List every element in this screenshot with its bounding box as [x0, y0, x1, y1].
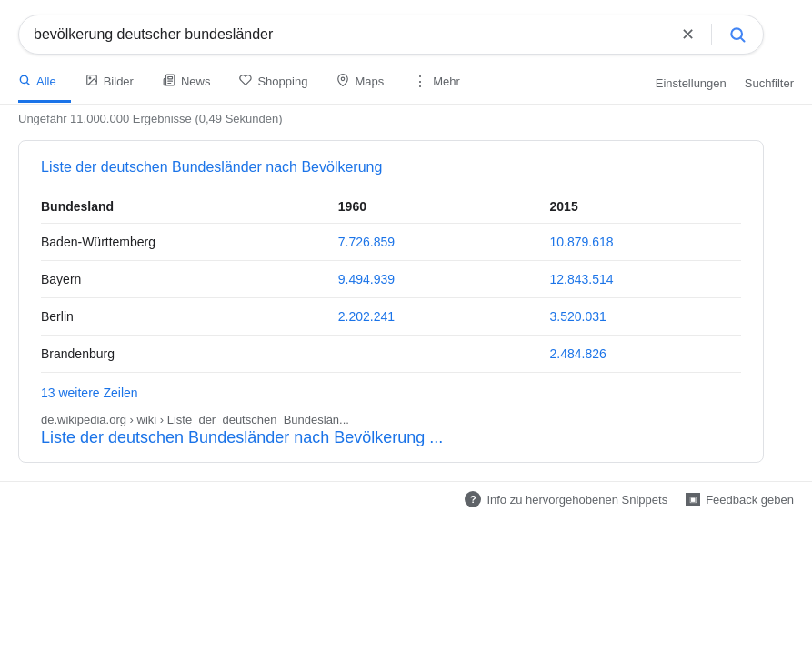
- tab-shopping[interactable]: Shopping: [225, 63, 322, 103]
- footer-feedback-link[interactable]: ▣ Feedback geben: [686, 493, 794, 507]
- table-row: Brandenburg2.484.826: [41, 336, 741, 373]
- suchfilter-link[interactable]: Suchfilter: [745, 76, 794, 90]
- source-title[interactable]: Liste der deutschen Bundesländer nach Be…: [41, 428, 741, 447]
- more-rows-link[interactable]: 13 weitere Zeilen: [41, 386, 138, 400]
- footer-feedback-label: Feedback geben: [706, 493, 794, 507]
- bilder-tab-icon: [85, 74, 98, 89]
- table-row: Bayern9.494.93912.843.514: [41, 261, 741, 298]
- tab-bilder-label: Bilder: [104, 75, 134, 88]
- tab-maps-label: Maps: [355, 75, 384, 88]
- cell-2015: 12.843.514: [514, 261, 741, 298]
- source-breadcrumb: de.wikipedia.org › wiki › Liste_der_deut…: [41, 413, 741, 426]
- svg-line-3: [27, 83, 30, 85]
- cell-2015: 10.879.618: [514, 224, 741, 261]
- tab-bilder[interactable]: Bilder: [71, 63, 148, 103]
- search-tab-icon: [18, 74, 31, 89]
- mehr-tab-icon: ⋮: [413, 73, 427, 90]
- footer-info-link[interactable]: ? Info zu hervorgehobenen Snippets: [465, 491, 667, 507]
- search-button[interactable]: [727, 24, 748, 45]
- tab-alle[interactable]: Alle: [18, 63, 71, 103]
- cell-bundesland: Bayern: [41, 261, 302, 298]
- news-tab-icon: [163, 74, 175, 89]
- table-row: Baden-Württemberg7.726.85910.879.618: [41, 224, 741, 261]
- data-table: Bundesland 1960 2015 Baden-Württemberg7.…: [41, 190, 741, 373]
- nav-tabs: Alle Bilder News Shopping: [0, 62, 812, 105]
- cell-2015: 2.484.826: [514, 336, 741, 373]
- cell-2015: 3.520.031: [514, 298, 741, 336]
- cell-1960: 2.202.241: [302, 298, 514, 336]
- cell-1960: [302, 336, 514, 373]
- cell-1960: 7.726.859: [302, 224, 514, 261]
- cell-bundesland: Brandenburg: [41, 336, 302, 373]
- tab-news-label: News: [181, 75, 211, 88]
- tab-shopping-label: Shopping: [257, 75, 307, 88]
- page-footer: ? Info zu hervorgehobenen Snippets ▣ Fee…: [0, 481, 812, 517]
- cell-1960: 9.494.939: [302, 261, 514, 298]
- col-header-2015: 2015: [514, 190, 741, 224]
- svg-point-5: [89, 77, 91, 79]
- divider: [711, 24, 712, 45]
- nav-right: Einstellungen Suchfilter: [656, 76, 794, 90]
- footer-info-label: Info zu hervorgehobenen Snippets: [486, 493, 667, 507]
- feedback-icon: ▣: [686, 493, 700, 506]
- tab-maps[interactable]: Maps: [322, 63, 398, 103]
- cell-bundesland: Baden-Württemberg: [41, 224, 302, 261]
- search-bar-container: ✕: [0, 0, 812, 55]
- table-header-row: Bundesland 1960 2015: [41, 190, 741, 224]
- tab-news[interactable]: News: [148, 63, 226, 103]
- svg-point-6: [342, 77, 346, 81]
- snippet-title[interactable]: Liste der deutschen Bundesländer nach Be…: [41, 159, 741, 176]
- table-row: Berlin2.202.2413.520.031: [41, 298, 741, 336]
- results-info: Ungefähr 11.000.000 Ergebnisse (0,49 Sek…: [0, 105, 812, 135]
- snippet-card: Liste der deutschen Bundesländer nach Be…: [18, 140, 764, 463]
- search-bar: ✕: [18, 15, 764, 55]
- shopping-tab-icon: [239, 74, 252, 89]
- tab-mehr-label: Mehr: [433, 75, 460, 88]
- svg-line-1: [741, 38, 745, 42]
- source-section: de.wikipedia.org › wiki › Liste_der_deut…: [41, 413, 741, 447]
- search-input[interactable]: [34, 26, 679, 43]
- search-bar-icons: ✕: [679, 23, 748, 46]
- info-icon: ?: [465, 491, 481, 507]
- col-header-1960: 1960: [302, 190, 514, 224]
- clear-button[interactable]: ✕: [679, 23, 697, 46]
- einstellungen-link[interactable]: Einstellungen: [656, 76, 727, 90]
- tab-alle-label: Alle: [36, 75, 56, 88]
- maps-tab-icon: [336, 74, 349, 89]
- cell-bundesland: Berlin: [41, 298, 302, 336]
- tab-mehr[interactable]: ⋮ Mehr: [398, 62, 475, 104]
- col-header-bundesland: Bundesland: [41, 190, 302, 224]
